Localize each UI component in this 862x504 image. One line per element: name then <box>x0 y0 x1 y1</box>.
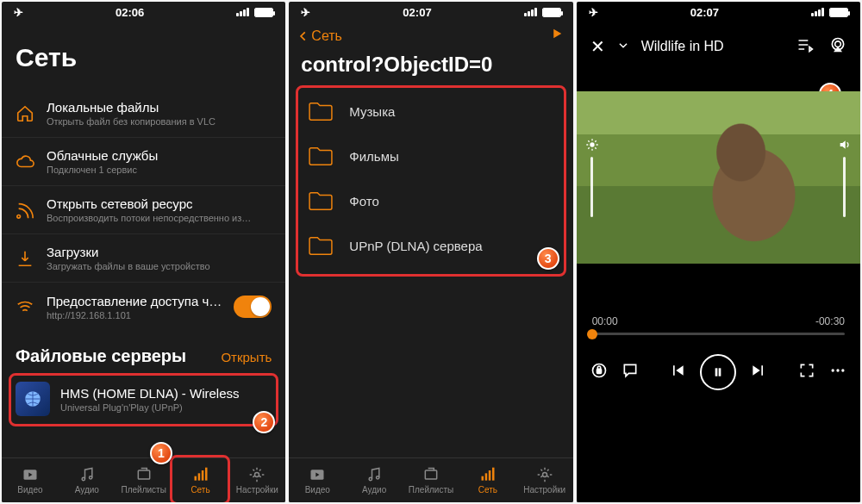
next-track-icon[interactable] <box>750 362 767 383</box>
tab-network[interactable]: Сеть <box>172 458 229 502</box>
folder-photos[interactable]: Фото <box>289 178 572 223</box>
file-servers-header: Файловые серверы Открыть <box>2 331 285 373</box>
status-bar: ✈︎ 02:07 <box>289 2 572 22</box>
svg-rect-4 <box>138 470 149 479</box>
tab-playlists[interactable]: Плейлисты <box>403 458 459 502</box>
wifi-icon <box>16 297 34 316</box>
row-title: Локальные файлы <box>47 100 272 115</box>
volume-slider[interactable] <box>838 138 852 217</box>
server-subtitle: Universal Plug'n'Play (UPnP) <box>60 402 272 413</box>
signal-icon <box>524 8 538 16</box>
subtitles-icon[interactable] <box>622 362 639 383</box>
row-subtitle: Подключен 1 сервис <box>47 165 272 175</box>
playlist-icon[interactable] <box>796 36 814 57</box>
svg-point-11 <box>369 477 372 480</box>
pause-button[interactable] <box>700 354 736 390</box>
svg-point-18 <box>542 473 547 477</box>
folder-movies[interactable]: Фильмы <box>289 134 572 178</box>
svg-rect-7 <box>201 470 203 481</box>
signal-icon <box>236 8 250 16</box>
time-elapsed: 00:00 <box>592 315 618 327</box>
row-downloads[interactable]: Загрузки Загружать файлы в ваше устройст… <box>2 234 285 283</box>
server-hms[interactable]: HMS (HOME DLNA) - Wireless Universal Plu… <box>2 373 285 428</box>
row-title: Облачные службы <box>47 148 272 163</box>
row-subtitle: Загружать файлы в ваше устройство <box>47 261 272 271</box>
folder-music[interactable]: Музыка <box>289 89 572 134</box>
tab-settings[interactable]: Настройки <box>516 458 573 502</box>
folder-name: Фильмы <box>349 149 398 164</box>
prev-track-icon[interactable] <box>669 362 686 383</box>
cast-icon[interactable] <box>549 26 565 46</box>
phone-network: ✈︎ 02:06 Сеть Локальные файлы Открыть фа… <box>2 2 285 502</box>
status-time: 02:06 <box>116 6 144 19</box>
lock-rotation-icon[interactable] <box>590 362 608 383</box>
fullscreen-icon[interactable] <box>798 362 815 383</box>
svg-point-27 <box>836 369 839 371</box>
svg-rect-23 <box>597 369 601 373</box>
row-subtitle: Открыть файл без копирования в VLC <box>47 116 272 127</box>
svg-rect-17 <box>492 468 495 481</box>
seek-bar[interactable] <box>592 333 845 335</box>
time-remaining: -00:30 <box>815 315 845 327</box>
stream-icon <box>16 201 34 220</box>
status-time: 02:07 <box>403 6 431 19</box>
row-title: Загрузки <box>47 245 272 259</box>
battery-icon <box>829 8 848 17</box>
download-icon <box>16 249 34 268</box>
airplane-mode-icon: ✈︎ <box>589 6 598 19</box>
nav-header: Сеть <box>289 22 572 46</box>
back-button[interactable]: Сеть <box>297 28 342 44</box>
status-time: 02:07 <box>690 6 719 19</box>
more-icon[interactable] <box>829 362 846 383</box>
svg-rect-8 <box>205 468 208 481</box>
page-title: Сеть <box>2 22 285 90</box>
svg-point-9 <box>255 473 259 477</box>
battery-icon <box>542 8 561 17</box>
seek-area: 00:00 -00:30 <box>577 264 860 335</box>
tab-playlists[interactable]: Плейлисты <box>116 458 172 502</box>
row-title: Предоставление доступа че… <box>47 294 222 308</box>
player-controls <box>577 335 860 402</box>
folder-name: Фото <box>349 194 378 208</box>
row-cloud-services[interactable]: Облачные службы Подключен 1 сервис <box>2 138 285 186</box>
tab-video[interactable]: Видео <box>289 458 346 502</box>
tab-video[interactable]: Видео <box>2 458 59 502</box>
section-action-open[interactable]: Открыть <box>221 350 272 364</box>
tab-bar: Видео Аудио Плейлисты Сеть Настройки <box>289 457 572 502</box>
tab-network[interactable]: Сеть <box>459 458 516 502</box>
video-viewport[interactable] <box>577 91 860 264</box>
status-bar: ✈︎ 02:06 <box>2 2 285 22</box>
brightness-slider[interactable] <box>585 138 599 217</box>
battery-icon <box>254 8 273 17</box>
tab-audio[interactable]: Аудио <box>346 458 403 502</box>
svg-point-28 <box>841 369 844 371</box>
close-icon[interactable]: ✕ <box>590 36 605 57</box>
tab-settings[interactable]: Настройки <box>228 458 285 502</box>
svg-point-3 <box>89 476 91 479</box>
tab-audio[interactable]: Аудио <box>59 458 116 502</box>
svg-point-20 <box>835 41 841 47</box>
status-bar: ✈︎ 02:07 <box>577 2 860 22</box>
chevron-down-icon[interactable] <box>617 40 629 54</box>
wifi-sharing-toggle[interactable] <box>234 296 272 318</box>
cloud-icon <box>16 152 34 171</box>
svg-rect-25 <box>719 368 721 376</box>
svg-rect-13 <box>425 470 436 479</box>
row-wifi-sharing[interactable]: Предоставление доступа че… http://192.16… <box>2 283 285 331</box>
airplane-mode-icon: ✈︎ <box>301 6 310 19</box>
seek-knob[interactable] <box>587 329 597 339</box>
signal-icon <box>811 8 825 16</box>
row-open-stream[interactable]: Открыть сетевой ресурс Воспроизводить по… <box>2 186 285 234</box>
folder-name: UPnP (DLNA) сервера <box>349 239 482 253</box>
svg-rect-16 <box>489 470 491 481</box>
video-frame <box>577 91 860 264</box>
section-title: Файловые серверы <box>16 346 186 366</box>
folder-upnp-servers[interactable]: UPnP (DLNA) сервера <box>289 223 572 268</box>
svg-point-2 <box>82 477 84 480</box>
svg-rect-24 <box>715 368 718 376</box>
airplay-icon[interactable] <box>829 36 846 57</box>
airplane-mode-icon: ✈︎ <box>14 6 23 19</box>
page-title: control?ObjectID=0 <box>289 46 572 89</box>
svg-rect-14 <box>481 476 484 481</box>
row-local-files[interactable]: Локальные файлы Открыть файл без копиров… <box>2 90 285 138</box>
